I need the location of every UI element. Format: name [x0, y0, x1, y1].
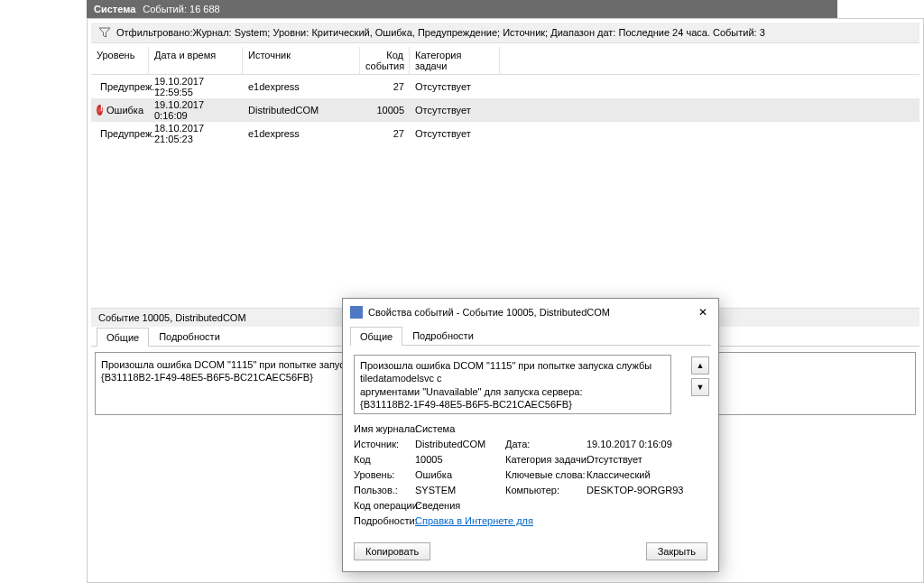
table-row[interactable]: Предупреж...18.10.2017 21:05:23e1dexpres…	[91, 122, 919, 145]
val-computer: DESKTOP-9ORGR93	[587, 485, 686, 495]
dialog-message: Произошла ошибка DCOM "1115" при попытке…	[354, 355, 671, 414]
col-level[interactable]: Уровень	[91, 47, 149, 74]
val-opcode: Сведения	[415, 500, 686, 511]
table-row[interactable]: Ошибка19.10.2017 0:16:09DistributedCOM10…	[91, 98, 919, 122]
dialog-content: Произошла ошибка DCOM "1115" при попытке…	[343, 346, 718, 535]
dialog-title: Свойства событий - Событие 10005, Distri…	[368, 307, 610, 318]
event-properties-dialog: Свойства событий - Событие 10005, Distri…	[342, 298, 719, 572]
lbl-keywords: Ключевые слова:	[505, 469, 587, 480]
cell-date: 19.10.2017 0:16:09	[149, 98, 243, 122]
col-id[interactable]: Код события	[360, 47, 410, 74]
copy-button[interactable]: Копировать	[354, 542, 430, 560]
lbl-date: Дата:	[505, 439, 587, 449]
lbl-help: Подробности:	[354, 515, 415, 526]
cell-category: Отсутствует	[410, 98, 500, 122]
table-row[interactable]: Предупреж...19.10.2017 12:59:55e1dexpres…	[91, 75, 919, 98]
val-level: Ошибка	[415, 469, 505, 480]
close-icon[interactable]: ✕	[695, 304, 711, 320]
dialog-footer: Копировать Закрыть	[343, 535, 718, 571]
table-empty-area	[91, 145, 919, 308]
val-keywords: Классический	[587, 469, 686, 480]
cell-category: Отсутствует	[410, 122, 500, 145]
events-count: 16 688	[189, 4, 220, 14]
lbl-computer: Компьютер:	[505, 485, 587, 495]
titlebar: Система Событий: 16 688	[87, 0, 837, 18]
val-help: Справка в Интернете для	[415, 515, 686, 526]
dlg-msg-line3: {B31118B2-1F49-48E5-B6F5-BC21CAEC56FB}	[360, 398, 665, 411]
dlg-msg-line2: аргументами "Unavailable" для запуска се…	[360, 385, 665, 398]
cell-id: 27	[360, 122, 410, 145]
lbl-level: Уровень:	[354, 469, 415, 480]
lbl-opcode: Код операции:	[354, 500, 415, 511]
filter-row: Отфильтровано:Журнал: System; Уровни: Кр…	[91, 23, 919, 43]
cell-id: 27	[360, 75, 410, 98]
tab-details[interactable]: Подробности	[149, 327, 230, 346]
cell-date: 19.10.2017 12:59:55	[149, 75, 243, 98]
cell-source: e1dexpress	[243, 75, 360, 98]
app-name: Система	[94, 4, 135, 14]
val-user: SYSTEM	[415, 485, 505, 495]
lbl-id: Код	[354, 454, 415, 465]
dialog-titlebar: Свойства событий - Событие 10005, Distri…	[343, 299, 718, 326]
col-category[interactable]: Категория задачи	[410, 47, 500, 74]
dialog-tabs: Общие Подробности	[350, 326, 711, 346]
dialog-icon	[350, 306, 363, 319]
cell-level: Ошибка	[106, 105, 143, 116]
cell-date: 18.10.2017 21:05:23	[149, 122, 243, 145]
cell-category: Отсутствует	[410, 75, 500, 98]
dialog-tab-general[interactable]: Общие	[350, 327, 402, 346]
table-header: Уровень Дата и время Источник Код событи…	[91, 47, 919, 75]
cell-source: DistributedCOM	[243, 98, 360, 122]
lbl-log: Имя журнала:	[354, 423, 415, 434]
col-source[interactable]: Источник	[243, 47, 360, 74]
help-link[interactable]: Справка в Интернете для	[415, 515, 533, 526]
error-icon	[97, 105, 103, 116]
cell-id: 10005	[360, 98, 410, 122]
prev-event-button[interactable]: ▲	[691, 356, 709, 375]
filter-text: Отфильтровано:Журнал: System; Уровни: Кр…	[116, 27, 765, 38]
dialog-fields: Имя журнала: Система Источник: Distribut…	[354, 423, 671, 526]
nav-arrows: ▲ ▼	[691, 356, 709, 396]
next-event-button[interactable]: ▼	[691, 378, 709, 396]
val-category: Отсутствует	[587, 454, 686, 465]
event-table: Уровень Дата и время Источник Код событи…	[91, 47, 919, 145]
close-button[interactable]: Закрыть	[646, 542, 707, 560]
lbl-user: Пользов.:	[354, 485, 415, 495]
col-date[interactable]: Дата и время	[149, 47, 243, 74]
dlg-msg-line1: Произошла ошибка DCOM "1115" при попытке…	[360, 359, 665, 385]
val-id: 10005	[415, 454, 505, 465]
lbl-category: Категория задачи:	[505, 454, 587, 465]
val-date: 19.10.2017 0:16:09	[587, 439, 686, 449]
val-log: Система	[415, 423, 686, 434]
table-body: Предупреж...19.10.2017 12:59:55e1dexpres…	[91, 75, 919, 145]
val-source: DistributedCOM	[415, 439, 505, 449]
tab-general[interactable]: Общие	[97, 328, 149, 347]
lbl-source: Источник:	[354, 439, 415, 449]
dialog-tab-details[interactable]: Подробности	[402, 326, 484, 345]
events-label: Событий:	[143, 4, 187, 14]
cell-source: e1dexpress	[243, 122, 360, 145]
filter-icon	[98, 26, 111, 39]
